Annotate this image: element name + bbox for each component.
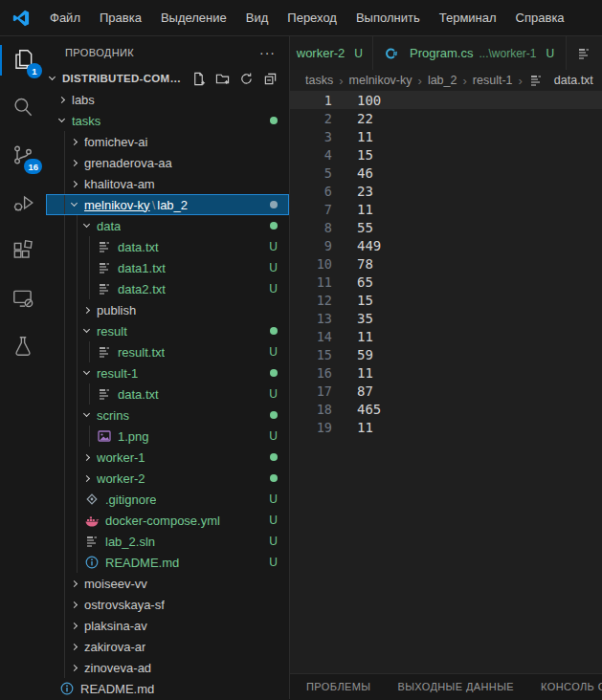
tree-item-data.txt[interactable]: data.txtU [46, 236, 289, 257]
tree-item-ostrovskaya-sf[interactable]: ostrovskaya-sf [46, 594, 289, 615]
activity-explorer[interactable]: 1 [0, 36, 46, 84]
new-file-icon[interactable] [191, 72, 206, 86]
line-text: 100 [357, 93, 381, 108]
menu-выделение[interactable]: Выделение [151, 6, 236, 30]
tree-item-fomichev-ai[interactable]: fomichev-ai [46, 131, 289, 152]
editor-line-16[interactable]: 1611 [290, 363, 602, 382]
activity-remote-explorer[interactable] [0, 275, 46, 323]
tree-item-data[interactable]: data [46, 215, 289, 236]
tree-item-result[interactable]: result [46, 320, 289, 341]
line-number: 19 [290, 420, 332, 435]
line-number: 4 [290, 147, 332, 163]
editor-line-8[interactable]: 855 [290, 218, 602, 236]
more-actions-icon[interactable]: ··· [259, 48, 276, 57]
chevron-right-icon [71, 138, 78, 144]
tree-item-moiseev-vv[interactable]: moiseev-vv [46, 573, 289, 594]
breadcrumb-item-lab-2[interactable]: lab_2 [428, 74, 457, 87]
editor-line-6[interactable]: 623 [290, 182, 602, 200]
tree-item-docker-compose.yml[interactable]: docker-compose.ymlU [46, 510, 289, 531]
tree-item-label: result.txt [118, 345, 165, 360]
line-text: 11 [357, 129, 373, 144]
line-number: 15 [290, 347, 332, 362]
tree-item-melnikov-ky-lab-2[interactable]: melnikov-ky\lab_2 [46, 194, 289, 215]
editor-line-9[interactable]: 9449 [290, 236, 602, 254]
tree-item-worker-1[interactable]: worker-1 [46, 447, 289, 468]
activity-run-debug[interactable] [0, 180, 46, 228]
tab-worker-2[interactable]: worker-2U [290, 36, 373, 70]
breadcrumb-item-tasks[interactable]: tasks [305, 74, 333, 87]
panel-tab-выходные-данные[interactable]: ВЫХОДНЫЕ ДАННЫЕ [397, 681, 514, 692]
tree-item-1.png[interactable]: 1.pngU [46, 426, 289, 447]
tree-section-header[interactable]: DISTRIBUTED-COMPUTI... [46, 68, 289, 89]
menu-терминал[interactable]: Терминал [430, 6, 506, 30]
tree-item-label: plaksina-av [84, 619, 147, 633]
line-number: 9 [290, 238, 332, 253]
editor-line-12[interactable]: 1215 [290, 291, 602, 309]
editor-line-18[interactable]: 18465 [290, 400, 602, 418]
editor-line-14[interactable]: 1411 [290, 327, 602, 345]
activity-source-control[interactable]: 16 [0, 132, 46, 180]
activity-search[interactable] [0, 84, 46, 132]
panel-tab-консоль-отладки[interactable]: КОНСОЛЬ ОТЛАДКИ [541, 681, 602, 692]
tree-item-plaksina-av[interactable]: plaksina-av [46, 615, 289, 636]
tab-data.txt[interactable]: data.txt [567, 36, 602, 70]
tree-item-zakirova-ar[interactable]: zakirova-ar [46, 636, 289, 657]
tree-item-result.txt[interactable]: result.txtU [46, 341, 289, 362]
tree-item-zinoveva-ad[interactable]: zinoveva-ad [46, 657, 289, 678]
menu-переход[interactable]: Переход [278, 6, 346, 30]
collapse-all-icon[interactable] [263, 72, 278, 86]
tree-item-lab-2.sln[interactable]: lab_2.slnU [46, 531, 289, 552]
editor-line-10[interactable]: 1078 [290, 254, 602, 273]
tab-label: Program.cs [410, 46, 473, 60]
tree-item-result-1[interactable]: result-1 [46, 362, 289, 383]
breadcrumb-item-melnikov-ky[interactable]: melnikov-ky [349, 74, 412, 87]
activity-testing[interactable] [0, 323, 46, 371]
tree-item-tasks[interactable]: tasks [46, 110, 289, 131]
git-untracked-badge: U [269, 429, 278, 443]
editor-line-4[interactable]: 415 [290, 145, 602, 164]
menu-правка[interactable]: Правка [90, 6, 151, 30]
vscode-logo-icon [11, 9, 31, 28]
tree-item-publish[interactable]: publish [46, 299, 289, 320]
editor-line-11[interactable]: 1165 [290, 273, 602, 291]
tree-item-data.txt[interactable]: data.txtU [46, 383, 289, 405]
tree-item-readme.md[interactable]: README.mdU [46, 552, 289, 573]
indent-guide [64, 594, 65, 615]
menu-выполнить[interactable]: Выполнить [346, 6, 430, 30]
tab-dirty-badge: U [546, 47, 554, 60]
tree-item-label: docker-compose.yml [105, 514, 220, 528]
new-folder-icon[interactable] [215, 72, 230, 86]
tree-item-data1.txt[interactable]: data1.txtU [46, 257, 289, 278]
tree-item-worker-2[interactable]: worker-2 [46, 468, 289, 489]
tab-program.cs[interactable]: Program.cs...\worker-1U [373, 36, 567, 70]
editor-line-5[interactable]: 546 [290, 164, 602, 182]
tree-item-scrins[interactable]: scrins [46, 405, 289, 426]
tree-item-khalitova-am[interactable]: khalitova-am [46, 173, 289, 194]
tree-item-grenaderova-aa[interactable]: grenaderova-aa [46, 152, 289, 173]
tree-item-readme.md[interactable]: README.md [46, 678, 289, 699]
editor-line-13[interactable]: 1335 [290, 309, 602, 327]
line-text: 11 [357, 202, 373, 217]
editor-line-17[interactable]: 1787 [290, 382, 602, 400]
menu-файл[interactable]: Файл [40, 6, 90, 30]
activity-extensions[interactable] [0, 228, 46, 275]
chevron-right-icon [83, 453, 90, 460]
editor-content[interactable]: 1100222311415546623711855944910781165121… [290, 91, 602, 673]
indent-guide [64, 131, 65, 152]
breadcrumb-item-data.txt[interactable]: data.txt [528, 73, 593, 88]
editor-line-15[interactable]: 1559 [290, 345, 602, 363]
docker-icon [84, 513, 100, 528]
panel-tab-проблемы[interactable]: ПРОБЛЕМЫ [306, 681, 370, 692]
menu-вид[interactable]: Вид [236, 6, 279, 30]
editor-line-19[interactable]: 1911 [290, 418, 602, 436]
breadcrumb-item-result-1[interactable]: result-1 [473, 74, 513, 87]
editor-line-3[interactable]: 311 [290, 127, 602, 145]
tree-item-.gitignore[interactable]: .gitignoreU [46, 489, 289, 510]
editor-line-1[interactable]: 1100 [290, 91, 602, 109]
menu-справка[interactable]: Справка [506, 6, 574, 30]
tree-item-data2.txt[interactable]: data2.txtU [46, 278, 289, 299]
refresh-icon[interactable] [239, 72, 254, 86]
tree-item-labs[interactable]: labs [46, 89, 289, 110]
editor-line-7[interactable]: 711 [290, 200, 602, 218]
editor-line-2[interactable]: 222 [290, 109, 602, 127]
